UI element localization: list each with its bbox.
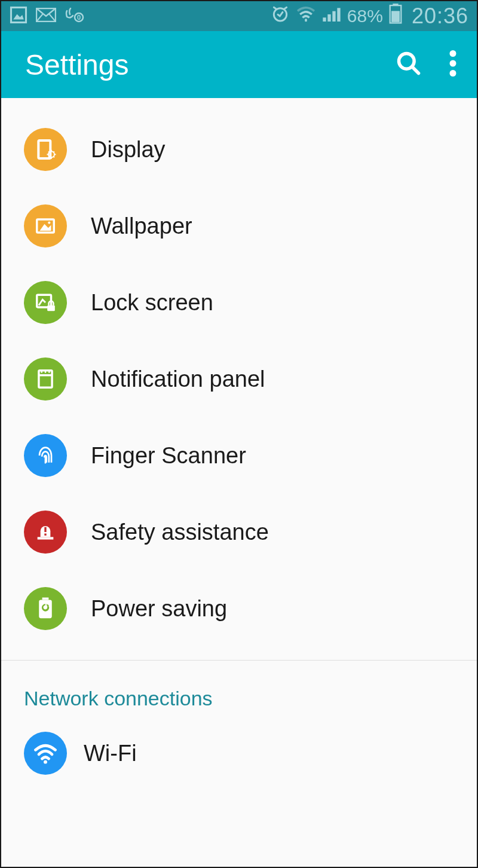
status-bar: 0 68% 20:36 [1, 1, 477, 31]
settings-item-power-saving[interactable]: Power saving [1, 570, 477, 647]
power-saving-icon [24, 587, 67, 630]
svg-rect-46 [39, 600, 52, 618]
settings-item-label: Power saving [91, 596, 227, 622]
settings-item-label: Lock screen [91, 290, 213, 316]
signal-icon [322, 5, 341, 27]
svg-line-30 [54, 151, 55, 152]
mail-icon [36, 8, 56, 25]
fingerprint-icon [24, 434, 67, 477]
settings-item-lock-screen[interactable]: Lock screen [1, 264, 477, 341]
svg-rect-43 [44, 527, 46, 532]
settings-item-label: Wallpaper [91, 213, 192, 239]
svg-rect-37 [39, 371, 52, 388]
app-bar: Settings [1, 31, 477, 98]
svg-rect-0 [11, 8, 26, 23]
app-bar-actions [396, 50, 462, 79]
svg-rect-12 [337, 8, 340, 22]
svg-point-18 [450, 50, 456, 57]
safety-icon [24, 511, 67, 554]
alarm-icon [271, 4, 290, 28]
settings-item-finger-scanner[interactable]: Finger Scanner [1, 417, 477, 494]
svg-rect-44 [44, 534, 46, 536]
section-header-network: Network connections [1, 661, 477, 717]
svg-point-19 [450, 60, 456, 67]
settings-item-sounds[interactable]: Sounds and notifications [1, 98, 477, 111]
gallery-icon [10, 6, 27, 26]
settings-item-notification-panel[interactable]: Notification panel [1, 341, 477, 417]
wallpaper-icon [24, 204, 67, 247]
svg-marker-1 [13, 14, 24, 20]
search-icon[interactable] [396, 50, 422, 79]
svg-marker-33 [40, 224, 51, 231]
settings-item-label: Notification panel [91, 366, 265, 392]
svg-line-7 [284, 7, 287, 9]
svg-rect-45 [42, 598, 49, 600]
app-notification-icon: 0 [65, 6, 85, 26]
battery-icon [389, 4, 402, 29]
svg-line-31 [48, 157, 50, 158]
svg-rect-10 [327, 14, 330, 22]
lock-screen-icon [24, 281, 67, 324]
svg-point-48 [44, 760, 47, 764]
svg-rect-36 [47, 305, 55, 311]
status-left: 0 [10, 6, 85, 26]
svg-rect-15 [391, 11, 400, 22]
svg-point-34 [48, 221, 50, 224]
display-icon [24, 128, 67, 171]
svg-line-29 [54, 157, 55, 158]
status-right: 68% 20:36 [271, 4, 468, 29]
settings-item-label: Wi-Fi [84, 741, 137, 766]
wifi-icon [296, 5, 316, 27]
svg-rect-9 [323, 17, 326, 22]
svg-point-20 [450, 70, 456, 77]
settings-item-label: Safety assistance [91, 519, 269, 545]
settings-list[interactable]: Sounds and notifications Display Wallpap… [1, 98, 477, 867]
page-title: Settings [16, 48, 128, 81]
clock: 20:36 [412, 4, 468, 29]
settings-item-display[interactable]: Display [1, 111, 477, 188]
svg-line-17 [412, 67, 419, 74]
svg-rect-42 [38, 537, 54, 539]
settings-item-label: Finger Scanner [91, 443, 246, 469]
settings-item-wifi[interactable]: Wi-Fi [1, 717, 477, 789]
svg-line-6 [274, 7, 276, 9]
settings-item-label: Display [91, 137, 166, 163]
settings-item-wallpaper[interactable]: Wallpaper [1, 188, 477, 264]
overflow-menu-icon[interactable] [449, 50, 456, 79]
wifi-icon [24, 732, 67, 775]
svg-rect-11 [332, 11, 335, 21]
settings-item-safety[interactable]: Safety assistance [1, 494, 477, 570]
svg-line-28 [48, 151, 50, 152]
svg-text:0: 0 [77, 14, 81, 21]
battery-percent: 68% [347, 6, 383, 26]
notification-panel-icon [24, 357, 67, 401]
